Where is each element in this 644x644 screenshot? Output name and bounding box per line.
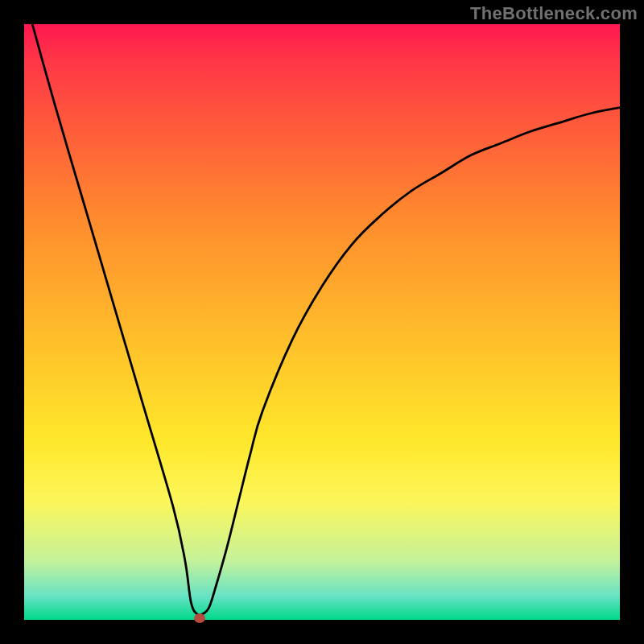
curve-path bbox=[24, 24, 620, 615]
chart-frame: TheBottleneck.com bbox=[0, 0, 644, 644]
plot-area bbox=[24, 24, 620, 620]
watermark-text: TheBottleneck.com bbox=[470, 3, 638, 24]
minimum-marker bbox=[194, 613, 205, 623]
curve-svg bbox=[24, 24, 620, 620]
